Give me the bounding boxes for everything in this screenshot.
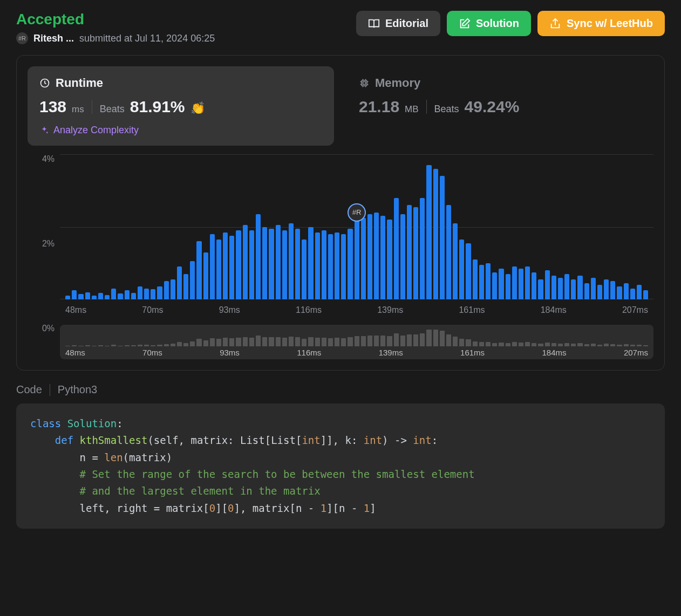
bar[interactable] [269, 229, 274, 299]
bar[interactable] [282, 230, 287, 299]
bar[interactable] [138, 286, 142, 299]
bar[interactable] [151, 289, 155, 299]
bar[interactable] [157, 286, 162, 299]
bar[interactable] [256, 214, 261, 299]
bar[interactable] [387, 220, 392, 299]
bar[interactable] [584, 283, 589, 299]
bar[interactable] [591, 278, 596, 299]
code-language[interactable]: Python3 [58, 384, 97, 396]
bar[interactable] [525, 266, 530, 299]
bar[interactable] [177, 266, 182, 299]
bar[interactable] [597, 285, 602, 299]
bar[interactable] [400, 214, 405, 299]
bar[interactable] [164, 281, 169, 299]
bar[interactable] [295, 229, 300, 299]
bar[interactable] [322, 230, 326, 299]
bar[interactable] [479, 265, 484, 299]
bar[interactable] [394, 198, 399, 299]
bar[interactable] [105, 295, 110, 299]
bar[interactable] [144, 289, 149, 299]
plot-area[interactable]: #R [60, 154, 653, 300]
bar[interactable] [512, 266, 517, 299]
bar[interactable] [196, 241, 201, 299]
bar[interactable] [374, 213, 379, 299]
bar[interactable] [440, 176, 445, 299]
bar[interactable] [276, 225, 281, 299]
bar[interactable] [571, 279, 576, 299]
bar[interactable] [236, 230, 241, 299]
bar[interactable] [532, 272, 536, 299]
bar[interactable] [486, 263, 491, 299]
bar[interactable] [564, 274, 569, 299]
bar[interactable] [446, 205, 451, 299]
bar[interactable] [545, 270, 550, 299]
bar[interactable] [216, 239, 221, 299]
bar[interactable] [459, 239, 464, 299]
bar[interactable] [78, 294, 83, 299]
bar[interactable] [604, 279, 609, 299]
username[interactable]: Ritesh ... [33, 33, 74, 44]
bar[interactable] [355, 220, 359, 299]
bar[interactable] [65, 296, 70, 299]
bar[interactable] [637, 285, 642, 299]
memory-card[interactable]: Memory 21.18 MB Beats 49.24% [347, 66, 653, 146]
bar[interactable] [610, 281, 615, 299]
bar[interactable] [85, 292, 90, 299]
bar[interactable] [203, 252, 208, 299]
runtime-card[interactable]: Runtime 138 ms Beats 81.91% 👏 Analyze Co… [28, 66, 334, 146]
bar[interactable] [466, 243, 471, 299]
bar[interactable] [506, 274, 510, 299]
bar[interactable] [492, 272, 497, 299]
bar[interactable] [229, 236, 234, 299]
bar[interactable] [380, 216, 385, 299]
bar[interactable] [433, 169, 438, 299]
bar[interactable] [453, 223, 458, 299]
bar[interactable] [630, 289, 635, 299]
bar[interactable] [125, 290, 130, 299]
bar[interactable] [111, 289, 116, 299]
bar[interactable] [551, 276, 556, 299]
bar[interactable] [577, 276, 582, 299]
bar[interactable] [210, 234, 215, 299]
bar[interactable] [361, 218, 366, 299]
bar[interactable] [643, 290, 648, 299]
avatar[interactable]: #R [16, 32, 28, 44]
bar[interactable] [519, 269, 523, 299]
bar[interactable] [348, 229, 352, 299]
bar[interactable] [243, 225, 248, 299]
bar[interactable] [473, 259, 478, 299]
bar[interactable] [558, 278, 563, 299]
bar[interactable] [308, 227, 313, 300]
bar[interactable] [171, 279, 175, 299]
analyze-complexity-link[interactable]: Analyze Complexity [39, 125, 322, 136]
bar[interactable] [315, 232, 320, 299]
mini-histogram[interactable]: 48ms70ms93ms116ms139ms161ms184ms207ms [60, 325, 653, 359]
bar[interactable] [249, 230, 254, 299]
bar[interactable] [413, 207, 418, 299]
code-block[interactable]: class Solution: def kthSmallest(self, ma… [16, 403, 665, 529]
bar[interactable] [341, 234, 346, 299]
bar[interactable] [289, 223, 294, 299]
bar[interactable] [262, 227, 267, 300]
bar[interactable] [328, 234, 333, 299]
sync-button[interactable]: Sync w/ LeetHub [537, 11, 665, 36]
solution-button[interactable]: Solution [447, 11, 531, 36]
bar[interactable] [426, 165, 431, 299]
editorial-button[interactable]: Editorial [356, 11, 440, 36]
bar[interactable] [72, 290, 77, 299]
bar[interactable] [335, 232, 339, 299]
bar[interactable] [617, 286, 622, 299]
bar[interactable] [98, 293, 103, 299]
bar[interactable] [92, 296, 97, 299]
bar[interactable] [499, 269, 503, 299]
bar[interactable] [223, 232, 228, 299]
bar[interactable] [190, 261, 195, 299]
bar[interactable] [183, 274, 188, 299]
bar[interactable] [624, 283, 629, 299]
bar[interactable] [367, 214, 372, 299]
bar[interactable] [407, 205, 412, 299]
bar[interactable] [420, 198, 425, 299]
bar[interactable] [302, 239, 307, 299]
bar[interactable] [131, 293, 136, 299]
user-marker[interactable]: #R [348, 203, 366, 222]
